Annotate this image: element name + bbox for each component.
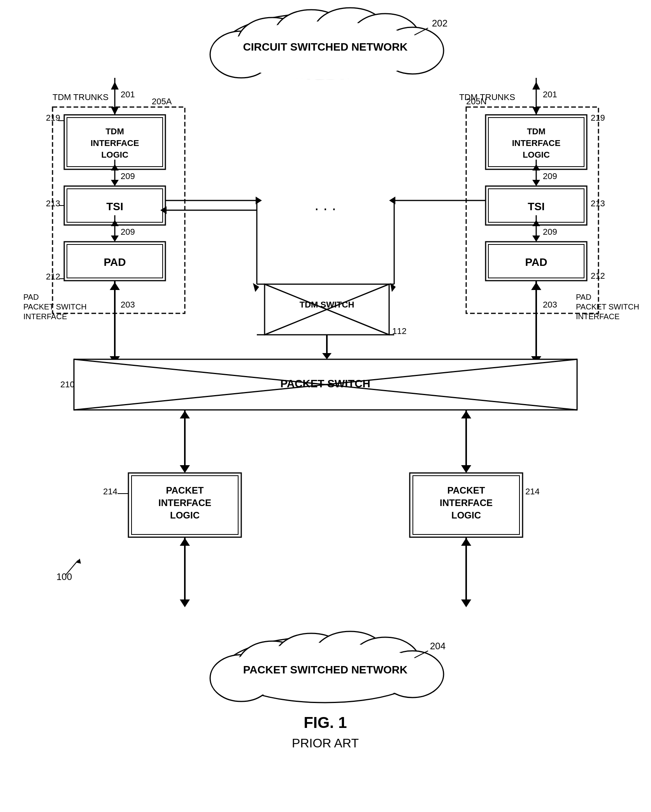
pad-psi-right-line2: PACKET SWITCH [576, 302, 639, 311]
svg-text:TDM: TDM [527, 127, 546, 136]
ref-203-right: 203 [543, 300, 557, 309]
ref-203-left: 203 [121, 300, 135, 309]
diagram-container: CIRCUIT SWITCHED NETWORK 202 205A TDM IN… [0, 0, 651, 812]
packet-network-label: PACKET SWITCHED NETWORK [243, 664, 408, 676]
svg-text:INTERFACE: INTERFACE [91, 138, 139, 148]
svg-text:PACKET: PACKET [166, 485, 204, 496]
svg-text:LOGIC: LOGIC [170, 510, 200, 520]
ref-201-left: 201 [121, 90, 135, 99]
svg-text:INTERFACE: INTERFACE [158, 497, 211, 508]
ref-112: 112 [392, 326, 407, 336]
ref-205A: 205A [152, 97, 172, 106]
fig-label: FIG. 1 [304, 714, 347, 731]
prior-art-label: PRIOR ART [292, 736, 359, 750]
packet-switch: PACKET SWITCH 210 [60, 359, 577, 410]
ref-214-right: 214 [525, 487, 540, 496]
pad-psi-right-line1: PAD [576, 293, 591, 301]
svg-text:TDM TRUNKS: TDM TRUNKS [53, 92, 109, 102]
ref-202: 202 [432, 18, 447, 28]
ref-209-4: 209 [543, 227, 557, 237]
svg-text:PAD: PAD [104, 256, 126, 268]
svg-text:TDM TRUNKS: TDM TRUNKS [459, 92, 515, 102]
pad-psi-right-line3: INTERFACE [576, 312, 619, 321]
ref-219-right: 219 [591, 113, 605, 123]
ref-210: 210 [60, 380, 75, 389]
svg-text:TDM SWITCH: TDM SWITCH [300, 300, 354, 309]
ref-213-right: 213 [591, 199, 605, 208]
ref-212-left: 212 [46, 272, 60, 281]
svg-text:PAD: PAD [525, 256, 547, 268]
ref-209-2: 209 [121, 227, 135, 237]
svg-text:TSI: TSI [528, 200, 545, 213]
ref-209-3: 209 [543, 171, 557, 181]
packet-interface-logic-right: PACKET INTERFACE LOGIC 214 [410, 473, 540, 537]
pad-psi-left-line1: PAD [23, 293, 39, 301]
ellipsis: . . . [314, 196, 336, 213]
ref-219-left: 219 [46, 113, 60, 123]
ref-209-1: 209 [121, 171, 135, 181]
pad-psi-left-line3: INTERFACE [23, 312, 67, 321]
svg-text:PACKET: PACKET [447, 485, 485, 496]
svg-text:INTERFACE: INTERFACE [512, 138, 561, 148]
circuit-network-label: CIRCUIT SWITCHED NETWORK [243, 41, 407, 53]
svg-text:LOGIC: LOGIC [101, 150, 128, 160]
ref-201-right: 201 [543, 90, 557, 99]
svg-text:INTERFACE: INTERFACE [440, 497, 493, 508]
ref-204: 204 [430, 641, 446, 651]
ref-214-left: 214 [103, 487, 118, 496]
svg-text:PACKET SWITCH: PACKET SWITCH [280, 378, 370, 390]
pad-psi-left-line2: PACKET SWITCH [23, 302, 87, 311]
ref-213-left: 213 [46, 199, 60, 208]
svg-text:TSI: TSI [106, 200, 123, 213]
svg-text:LOGIC: LOGIC [523, 150, 550, 160]
ref-212-right: 212 [591, 271, 605, 281]
ref-100: 100 [56, 571, 72, 582]
svg-text:LOGIC: LOGIC [451, 510, 481, 520]
svg-text:TDM: TDM [105, 127, 124, 136]
